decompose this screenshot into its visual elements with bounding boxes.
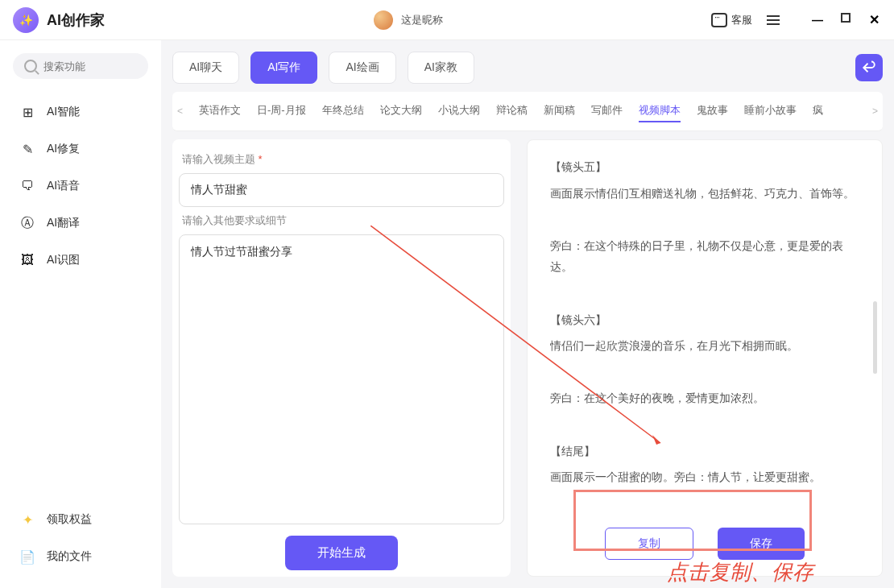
nav-icon: ✦ — [19, 511, 35, 528]
sub-tab-2[interactable]: 年终总结 — [322, 100, 364, 122]
topic-input[interactable] — [179, 173, 504, 207]
output-line: 【镜头五】 — [550, 156, 859, 178]
search-box[interactable] — [13, 53, 148, 79]
sidebar-item-4[interactable]: 🖼AI识图 — [13, 242, 148, 279]
menu-button[interactable] — [767, 15, 780, 25]
sidebar-item-2[interactable]: 🗨AI语音 — [13, 168, 148, 205]
nav-label: AI翻译 — [47, 216, 80, 230]
sub-tab-4[interactable]: 小说大纲 — [438, 100, 480, 122]
support-button[interactable]: 客服 — [711, 13, 752, 27]
output-line — [550, 209, 859, 230]
nav-icon: 🖼 — [19, 252, 35, 268]
avatar[interactable] — [374, 10, 393, 30]
sidebar-item-3[interactable]: ⒶAI翻译 — [13, 205, 148, 242]
topic-label: 请输入视频主题 — [182, 152, 501, 167]
main-tab-3[interactable]: AI家教 — [408, 52, 474, 84]
titlebar-center: 这是昵称 — [374, 10, 443, 30]
copy-button[interactable]: 复制 — [605, 528, 693, 560]
main-content: AI聊天AI写作AI绘画AI家教 < 英语作文日-周-月报年终总结论文大纲小说大… — [161, 40, 894, 588]
nav-label: 领取权益 — [47, 512, 92, 527]
chat-icon — [711, 13, 727, 27]
generate-button[interactable]: 开始生成 — [285, 536, 398, 570]
sidebar-item-0[interactable]: ⊞AI智能 — [13, 93, 148, 130]
back-button[interactable] — [855, 54, 883, 81]
sub-tab-5[interactable]: 辩论稿 — [496, 100, 528, 122]
nav-label: AI修复 — [47, 142, 80, 156]
close-button[interactable] — [867, 13, 881, 27]
output-line: 情侣们一起欣赏浪漫的音乐，在月光下相拥而眠。 — [550, 335, 859, 357]
sub-tab-0[interactable]: 英语作文 — [199, 100, 241, 122]
sub-tab-6[interactable]: 新闻稿 — [544, 100, 575, 122]
sub-tab-7[interactable]: 写邮件 — [591, 100, 623, 122]
sidebar-bottom-item-1[interactable]: 📄我的文件 — [13, 538, 148, 575]
nickname: 这是昵称 — [401, 13, 443, 27]
output-line — [550, 362, 859, 383]
nav-icon: ✎ — [19, 141, 35, 157]
input-panel: 请输入视频主题 请输入其他要求或细节 情人节过节甜蜜分享 开始生成 — [172, 139, 511, 577]
nav-icon: 📄 — [19, 549, 35, 565]
output-line: 旁白：在这个美好的夜晚，爱情更加浓烈。 — [550, 387, 859, 409]
sub-tab-1[interactable]: 日-周-月报 — [257, 100, 306, 122]
nav-icon: Ⓐ — [19, 215, 35, 231]
sub-tab-8[interactable]: 视频脚本 — [639, 100, 681, 122]
window-controls — [810, 13, 881, 27]
nav-label: AI智能 — [47, 105, 80, 119]
app-title: AI创作家 — [47, 10, 105, 30]
output-text: 【镜头五】画面展示情侣们互相赠送礼物，包括鲜花、巧克力、首饰等。 旁白：在这个特… — [550, 156, 859, 516]
main-tab-1[interactable]: AI写作 — [250, 52, 317, 84]
sidebar: ⊞AI智能✎AI修复🗨AI语音ⒶAI翻译🖼AI识图 ✦领取权益📄我的文件 — [0, 40, 161, 588]
sub-tab-next[interactable]: > — [872, 106, 878, 117]
sub-tab-11[interactable]: 疯 — [813, 100, 823, 122]
output-line: 【镜头六】 — [550, 309, 859, 331]
maximize-button[interactable] — [841, 13, 851, 23]
scrollbar[interactable] — [873, 301, 877, 374]
detail-textarea[interactable]: 情人节过节甜蜜分享 — [179, 234, 504, 524]
main-tab-2[interactable]: AI绘画 — [329, 52, 395, 84]
sub-tab-3[interactable]: 论文大纲 — [380, 100, 422, 122]
sub-tab-prev[interactable]: < — [177, 106, 183, 117]
detail-label: 请输入其他要求或细节 — [182, 213, 501, 228]
app-logo — [13, 7, 39, 33]
output-line: 【结尾】 — [550, 441, 859, 462]
sub-tab-9[interactable]: 鬼故事 — [697, 100, 728, 122]
minimize-button[interactable] — [810, 13, 825, 27]
search-icon — [24, 60, 37, 72]
output-line: 旁白：在这个特殊的日子里，礼物不仅是心意，更是爱的表达。 — [550, 235, 859, 278]
output-line: 画面展示一个甜蜜的吻。旁白：情人节，让爱更甜蜜。 — [550, 466, 859, 488]
support-label: 客服 — [731, 13, 752, 27]
output-line — [550, 414, 859, 436]
sub-tabs: < 英语作文日-周-月报年终总结论文大纲小说大纲辩论稿新闻稿写邮件视频脚本鬼故事… — [172, 92, 883, 131]
main-tab-0[interactable]: AI聊天 — [172, 52, 239, 84]
search-input[interactable] — [43, 60, 124, 72]
output-line — [550, 493, 859, 515]
output-panel: 【镜头五】画面展示情侣们互相赠送礼物，包括鲜花、巧克力、首饰等。 旁白：在这个特… — [527, 139, 883, 577]
nav-icon: 🗨 — [19, 178, 35, 194]
sub-tab-10[interactable]: 睡前小故事 — [744, 100, 797, 122]
output-line — [550, 283, 859, 304]
save-button[interactable]: 保存 — [718, 528, 805, 560]
sidebar-bottom-item-0[interactable]: ✦领取权益 — [13, 501, 148, 538]
titlebar-right: 客服 — [711, 13, 881, 27]
nav-label: AI语音 — [47, 179, 80, 193]
nav-label: AI识图 — [47, 253, 80, 267]
titlebar: AI创作家 这是昵称 客服 — [0, 0, 894, 40]
sidebar-item-1[interactable]: ✎AI修复 — [13, 130, 148, 168]
nav-icon: ⊞ — [19, 104, 35, 120]
output-line: 画面展示情侣们互相赠送礼物，包括鲜花、巧克力、首饰等。 — [550, 183, 859, 205]
nav-label: 我的文件 — [47, 549, 92, 564]
